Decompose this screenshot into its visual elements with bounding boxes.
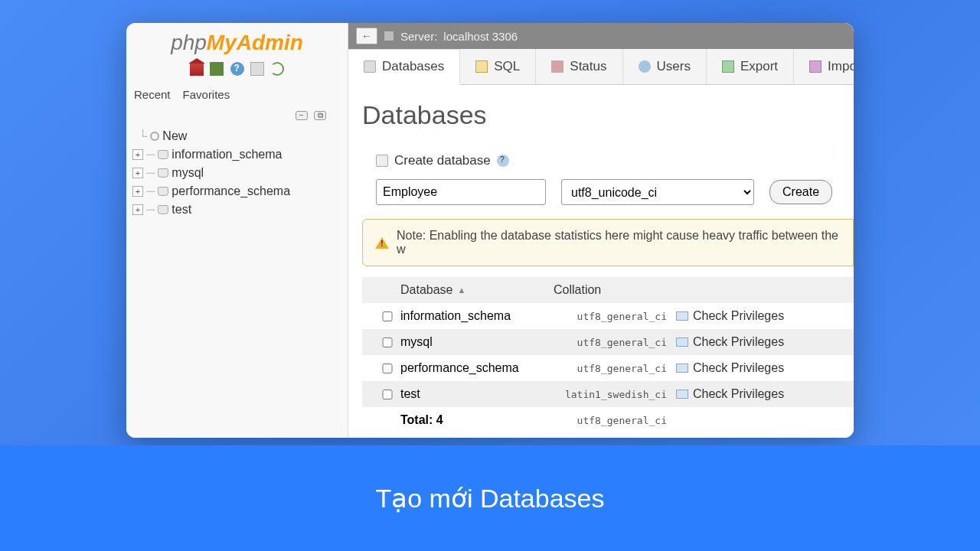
tree-item[interactable]: + ─ information_schema: [132, 145, 348, 164]
tree-new[interactable]: └ New: [132, 127, 348, 145]
col-database[interactable]: Database ▲: [400, 283, 554, 297]
warning-icon: [375, 237, 389, 249]
tree-new-label: New: [162, 129, 187, 143]
tab-label: Import: [828, 59, 854, 74]
expand-icon[interactable]: +: [132, 149, 143, 160]
tab-recent[interactable]: Recent: [128, 85, 177, 104]
table-row: performance_schema utf8_general_ci Check…: [362, 355, 854, 381]
create-db-form: utf8_unicode_ci Create: [362, 168, 854, 219]
db-name[interactable]: performance_schema: [400, 361, 554, 375]
tab-label: Export: [740, 59, 778, 74]
tab-label: Status: [570, 59, 606, 74]
expand-icon[interactable]: +: [132, 186, 143, 197]
db-table: Database ▲ Collation information_schema …: [362, 277, 854, 433]
collation-select[interactable]: utf8_unicode_ci: [561, 179, 754, 205]
privileges-icon: [676, 311, 688, 321]
sidebar-toolbar: [126, 57, 348, 80]
tab-label: SQL: [494, 59, 520, 74]
tree-item-label: test: [172, 203, 191, 217]
create-db-icon: [376, 155, 388, 167]
db-collation: latin1_swedish_ci: [554, 389, 676, 400]
database-icon: [158, 187, 168, 196]
db-name[interactable]: test: [400, 387, 554, 401]
row-checkbox[interactable]: [374, 364, 400, 373]
tree-item-label: information_schema: [172, 148, 282, 161]
note-text: Note: Enabling the database statistics h…: [397, 229, 841, 256]
database-icon: [158, 205, 168, 214]
check-privileges-link[interactable]: Check Privileges: [676, 335, 829, 349]
status-icon: [551, 60, 564, 73]
tree-item[interactable]: + ─ performance_schema: [132, 182, 348, 201]
server-icon: [384, 31, 394, 41]
db-collation: utf8_general_ci: [554, 337, 676, 348]
new-db-icon: [150, 132, 159, 141]
row-checkbox[interactable]: [374, 337, 400, 347]
server-value: localhost 3306: [443, 30, 518, 43]
tab-export[interactable]: Export: [707, 49, 794, 84]
reload-icon[interactable]: [270, 62, 284, 76]
db-name[interactable]: mysql: [400, 335, 554, 349]
create-button[interactable]: Create: [769, 180, 832, 204]
logo: phpMyAdmin: [126, 23, 348, 57]
collapse-all-icon[interactable]: −: [296, 111, 308, 120]
create-db-label: Create database: [394, 153, 491, 168]
databases-icon: [364, 60, 376, 73]
table-footer: Total: 4 utf8_general_ci: [362, 407, 854, 433]
settings-icon[interactable]: [250, 62, 264, 76]
database-icon: [158, 150, 168, 159]
content: Databases Create database utf8_unicode_c…: [348, 85, 854, 433]
row-checkbox[interactable]: [374, 390, 400, 399]
sort-asc-icon: ▲: [458, 285, 466, 295]
table-row: information_schema utf8_general_ci Check…: [362, 303, 854, 329]
create-db-header: Create database: [362, 153, 854, 168]
db-tree: └ New + ─ information_schema + ─ mysql: [126, 124, 348, 219]
privileges-icon: [676, 337, 688, 347]
tree-item-label: mysql: [172, 166, 204, 180]
note-box: Note: Enabling the database statistics h…: [362, 219, 854, 266]
db-collation: utf8_general_ci: [554, 311, 676, 322]
logout-icon[interactable]: [210, 62, 224, 76]
tree-item[interactable]: + ─ test: [132, 201, 348, 219]
db-collation: utf8_general_ci: [554, 363, 676, 374]
export-icon: [722, 60, 734, 73]
sql-icon: [475, 60, 488, 73]
users-icon: [639, 60, 651, 73]
tab-databases[interactable]: Databases: [348, 49, 460, 85]
tab-status[interactable]: Status: [536, 49, 622, 84]
check-privileges-link[interactable]: Check Privileges: [676, 361, 829, 375]
row-checkbox[interactable]: [374, 311, 400, 321]
db-name-input[interactable]: [376, 179, 546, 205]
expand-icon[interactable]: +: [132, 168, 143, 178]
phpmyadmin-window: phpMyAdmin Recent Favorites − ⧉ └: [126, 23, 854, 438]
sidebar: phpMyAdmin Recent Favorites − ⧉ └: [126, 23, 348, 438]
privileges-icon: [676, 390, 688, 399]
main-panel: ← Server: localhost 3306 Databases SQL S…: [348, 23, 854, 438]
table-row: test latin1_swedish_ci Check Privileges: [362, 381, 854, 407]
table-row: mysql utf8_general_ci Check Privileges: [362, 329, 854, 355]
import-icon: [809, 60, 822, 73]
check-privileges-link[interactable]: Check Privileges: [676, 387, 829, 401]
tab-favorites[interactable]: Favorites: [177, 85, 237, 104]
tab-sql[interactable]: SQL: [460, 49, 536, 84]
tab-import[interactable]: Import: [794, 49, 854, 84]
caption-text: Tạo mới Databases: [376, 483, 605, 514]
foot-collation: utf8_general_ci: [554, 415, 676, 426]
tree-controls: − ⧉: [126, 104, 348, 124]
home-icon[interactable]: [190, 62, 204, 76]
link-icon[interactable]: ⧉: [314, 111, 326, 120]
total-count: Total: 4: [400, 413, 554, 427]
check-privileges-link[interactable]: Check Privileges: [676, 309, 829, 323]
db-name[interactable]: information_schema: [400, 309, 554, 323]
privileges-icon: [676, 364, 688, 373]
server-label: Server:: [400, 30, 437, 43]
back-button[interactable]: ←: [356, 28, 377, 44]
col-collation[interactable]: Collation: [554, 283, 676, 297]
help-icon[interactable]: [497, 155, 509, 167]
sidebar-nav-tabs: Recent Favorites: [126, 80, 348, 104]
docs-icon[interactable]: [230, 62, 244, 76]
tree-item[interactable]: + ─ mysql: [132, 164, 348, 182]
main-tabs: Databases SQL Status Users Export: [348, 49, 854, 85]
tab-label: Databases: [382, 59, 444, 74]
tab-users[interactable]: Users: [623, 49, 707, 84]
expand-icon[interactable]: +: [132, 204, 143, 215]
